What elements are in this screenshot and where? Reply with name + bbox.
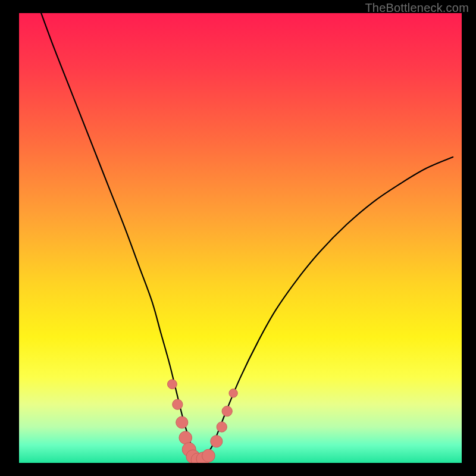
data-marker (211, 436, 223, 447)
gradient-background (19, 13, 462, 463)
data-marker (229, 389, 237, 397)
data-marker (222, 406, 232, 416)
data-marker (217, 422, 227, 432)
data-marker (173, 399, 183, 409)
data-marker (176, 416, 188, 428)
outer-frame: TheBottleneck.com (0, 0, 476, 476)
data-marker (168, 380, 177, 389)
data-marker (179, 431, 192, 444)
bottleneck-chart (19, 13, 462, 463)
data-marker (202, 449, 215, 462)
